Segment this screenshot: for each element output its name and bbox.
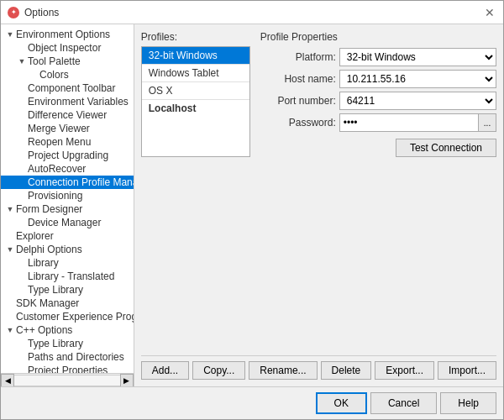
- tree-label-component-toolbar: Component Toolbar: [28, 82, 116, 94]
- cancel-button[interactable]: Cancel: [370, 392, 437, 414]
- tree-toggle-form-designer: ▼: [4, 205, 16, 213]
- horizontal-scrollbar: ◀ ▶: [1, 373, 134, 386]
- test-conn-row: Test Connection: [260, 139, 496, 157]
- copy-button[interactable]: Copy...: [192, 361, 245, 380]
- profile-action-buttons: Add... Copy... Rename... Delete Export..…: [141, 355, 496, 380]
- options-window: ✦ Options ✕ ▼Environment OptionsObject I…: [0, 0, 504, 420]
- tree-label-explorer: Explorer: [16, 230, 54, 242]
- tree-label-project-upgrading: Project Upgrading: [28, 150, 108, 161]
- tree-label-paths-dirs: Paths and Directories: [28, 351, 124, 363]
- tree-item-project-upgrading[interactable]: Project Upgrading: [1, 149, 134, 162]
- tree-item-env-options[interactable]: ▼Environment Options: [1, 28, 134, 41]
- tree-item-conn-profile-mgr[interactable]: Connection Profile Manager: [1, 176, 134, 189]
- rename-button[interactable]: Rename...: [249, 361, 317, 380]
- tree-label-merge-viewer: Merge Viewer: [28, 123, 90, 134]
- tree-label-library: Library: [28, 257, 59, 269]
- tree-item-paths-dirs[interactable]: Paths and Directories: [1, 350, 134, 364]
- help-button[interactable]: Help: [440, 392, 496, 414]
- main-content: ▼Environment OptionsObject Inspector▼Too…: [1, 24, 503, 386]
- hostname-select[interactable]: 10.211.55.16: [339, 70, 496, 88]
- right-panel: Profiles: 32-bit WindowsWindows TabletOS…: [134, 24, 503, 386]
- tree-label-diff-viewer: Difference Viewer: [28, 109, 107, 121]
- tree-label-device-manager: Device Manager: [28, 217, 101, 228]
- tree-label-tool-palette: Tool Palette: [28, 55, 81, 67]
- tree-item-component-toolbar[interactable]: Component Toolbar: [1, 81, 134, 95]
- tree-toggle-cpp-options: ▼: [4, 326, 16, 334]
- profiles-section: Profiles: 32-bit WindowsWindows TabletOS…: [141, 31, 250, 157]
- tree-label-env-options: Environment Options: [16, 29, 110, 40]
- tree-item-provisioning[interactable]: Provisioning: [1, 189, 134, 202]
- hostname-row: Host name: 10.211.55.16: [260, 70, 496, 88]
- title-bar: ✦ Options ✕: [1, 1, 503, 24]
- password-input[interactable]: [339, 113, 478, 132]
- tree-item-sdk-manager[interactable]: SDK Manager: [1, 297, 134, 310]
- password-input-group: ...: [339, 113, 496, 132]
- ok-button[interactable]: OK: [316, 392, 367, 414]
- tree-label-type-library: Type Library: [28, 284, 83, 296]
- tree-toggle-tool-palette: ▼: [16, 57, 28, 66]
- platform-row: Platform: 32-bit Windows: [260, 48, 496, 66]
- add-button[interactable]: Add...: [141, 361, 189, 380]
- platform-label: Platform:: [260, 51, 336, 63]
- tree-item-colors[interactable]: Colors: [1, 68, 134, 81]
- test-connection-button[interactable]: Test Connection: [396, 139, 496, 157]
- tree-label-cpp-options: C++ Options: [16, 324, 72, 336]
- profile-item-32bit-windows[interactable]: 32-bit Windows: [142, 47, 249, 65]
- tree-item-type-library[interactable]: Type Library: [1, 283, 134, 297]
- profile-item-os-x[interactable]: OS X: [142, 82, 249, 100]
- profile-item-windows-tablet[interactable]: Windows Tablet: [142, 65, 249, 82]
- tree-label-delphi-options: Delphi Options: [16, 244, 82, 255]
- platform-select-wrapper: 32-bit Windows: [339, 48, 496, 66]
- tree-label-reopen-menu: Reopen Menu: [28, 136, 91, 148]
- tree-item-delphi-options[interactable]: ▼Delphi Options: [1, 243, 134, 256]
- tree-item-env-variables[interactable]: Environment Variables: [1, 95, 134, 108]
- tree-item-device-manager[interactable]: Device Manager: [1, 216, 134, 229]
- tree-label-form-designer: Form Designer: [16, 203, 82, 215]
- tree-item-cpp-type-library[interactable]: Type Library: [1, 337, 134, 350]
- app-icon: ✦: [8, 7, 19, 18]
- right-top-area: Profiles: 32-bit WindowsWindows TabletOS…: [141, 31, 496, 157]
- port-label: Port number:: [260, 95, 336, 107]
- hostname-select-wrapper: 10.211.55.16: [339, 70, 496, 88]
- scroll-track: [14, 375, 120, 386]
- tree-item-cust-exp-program[interactable]: Customer Experience Program: [1, 310, 134, 323]
- tree-area: ▼Environment OptionsObject Inspector▼Too…: [1, 24, 134, 373]
- delete-button[interactable]: Delete: [321, 361, 372, 380]
- tree-item-library-translated[interactable]: Library - Translated: [1, 270, 134, 283]
- profile-item-localhost[interactable]: Localhost: [142, 100, 249, 117]
- tree-label-autorecover: AutoRecover: [28, 163, 86, 175]
- platform-select[interactable]: 32-bit Windows: [339, 48, 496, 66]
- export-button[interactable]: Export...: [375, 361, 434, 380]
- tree-item-project-props[interactable]: Project Properties: [1, 364, 134, 373]
- tree-toggle-env-options: ▼: [4, 30, 16, 39]
- footer-buttons: OK Cancel Help: [1, 386, 503, 419]
- tree-toggle-delphi-options: ▼: [4, 245, 16, 254]
- port-select-wrapper: 64211: [339, 92, 496, 110]
- tree-label-library-translated: Library - Translated: [28, 270, 114, 282]
- tree-item-library[interactable]: Library: [1, 256, 134, 270]
- tree-item-explorer[interactable]: Explorer: [1, 229, 134, 243]
- scroll-right-btn[interactable]: ▶: [120, 374, 134, 387]
- hostname-label: Host name:: [260, 73, 336, 85]
- tree-item-cpp-options[interactable]: ▼C++ Options: [1, 323, 134, 337]
- tree-item-diff-viewer[interactable]: Difference Viewer: [1, 108, 134, 122]
- tree-item-reopen-menu[interactable]: Reopen Menu: [1, 135, 134, 149]
- close-button[interactable]: ✕: [483, 6, 496, 19]
- window-title: Options: [24, 7, 478, 18]
- tree-item-form-designer[interactable]: ▼Form Designer: [1, 202, 134, 216]
- password-dots-btn[interactable]: ...: [478, 113, 496, 132]
- port-row: Port number: 64211: [260, 92, 496, 110]
- tree-item-object-inspector[interactable]: Object Inspector: [1, 41, 134, 55]
- scroll-left-btn[interactable]: ◀: [1, 374, 14, 387]
- password-label: Password:: [260, 117, 336, 129]
- tree-item-merge-viewer[interactable]: Merge Viewer: [1, 122, 134, 135]
- tree-label-provisioning: Provisioning: [28, 190, 82, 202]
- pp-title: Profile Properties: [260, 31, 496, 43]
- tree-label-conn-profile-mgr: Connection Profile Manager: [28, 176, 134, 188]
- tree-label-colors: Colors: [39, 69, 69, 81]
- import-button[interactable]: Import...: [438, 361, 496, 380]
- tree-item-tool-palette[interactable]: ▼Tool Palette: [1, 55, 134, 68]
- port-select[interactable]: 64211: [339, 92, 496, 110]
- tree-label-sdk-manager: SDK Manager: [16, 297, 79, 309]
- tree-item-autorecover[interactable]: AutoRecover: [1, 162, 134, 176]
